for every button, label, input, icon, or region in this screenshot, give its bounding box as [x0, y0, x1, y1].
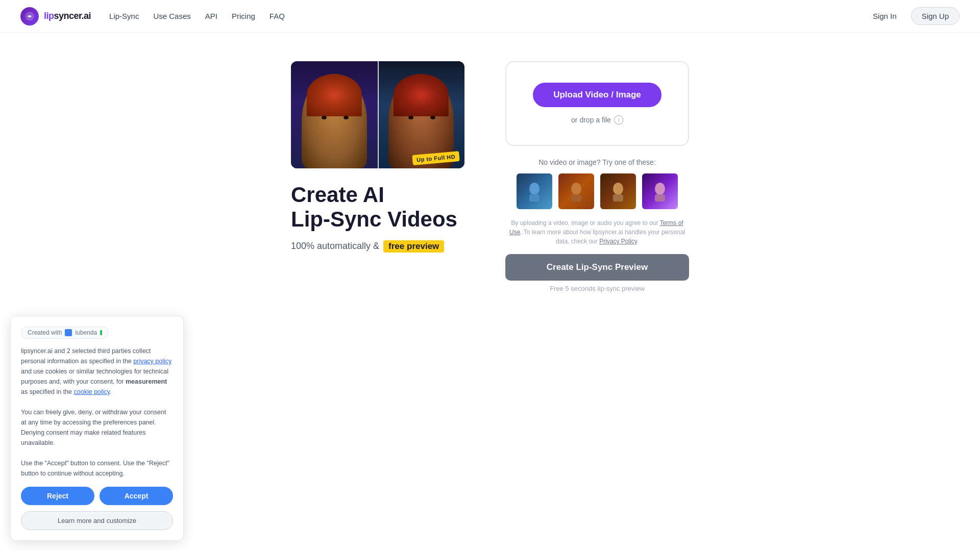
- svg-rect-4: [571, 194, 581, 202]
- sample-section: No video or image? Try one of these:: [505, 158, 689, 210]
- cookie-banner: Created with iubenda lipsyncer.ai and 2 …: [10, 316, 184, 541]
- cookie-policy-link[interactable]: cookie policy: [74, 388, 110, 395]
- iubenda-label: iubenda: [75, 329, 97, 336]
- learn-more-button[interactable]: Learn more and customize: [21, 511, 173, 530]
- info-icon[interactable]: i: [614, 115, 623, 124]
- nav-links: Lip-Sync Use Cases API Pricing FAQ: [109, 12, 285, 20]
- sample-thumb-2[interactable]: [557, 172, 595, 210]
- upload-button[interactable]: Upload Video / Image: [533, 83, 662, 107]
- face-left: [291, 61, 378, 168]
- iubenda-created-badge[interactable]: Created with iubenda: [21, 327, 109, 339]
- nav-link-api[interactable]: API: [205, 12, 217, 20]
- cookie-buttons: Reject Accept: [21, 487, 173, 505]
- left-section: Up to Full HD Create AI Lip-Sync Videos …: [291, 61, 464, 253]
- free-preview-badge: free preview: [383, 240, 444, 253]
- create-preview-button[interactable]: Create Lip-Sync Preview: [505, 254, 689, 281]
- upload-card: Upload Video / Image or drop a file i: [505, 61, 689, 146]
- logo-text: lipsyncer.ai: [44, 11, 91, 21]
- terms-link[interactable]: Terms of Use: [509, 219, 683, 236]
- terms-text: By uploading a video, image or audio you…: [505, 218, 689, 246]
- nav-link-lipsync[interactable]: Lip-Sync: [109, 12, 139, 20]
- nav-link-pricing[interactable]: Pricing: [232, 12, 255, 20]
- sample-thumb-3[interactable]: [599, 172, 637, 210]
- svg-point-7: [655, 183, 665, 195]
- sample-label: No video or image? Try one of these:: [505, 158, 689, 166]
- svg-point-3: [571, 183, 581, 195]
- hero-subtitle: 100% automatically & free preview: [291, 240, 444, 253]
- iubenda-bar-icon: [100, 330, 102, 335]
- hero-image: Up to Full HD: [291, 61, 464, 168]
- create-note: Free 5 seconds lip-sync preview: [550, 285, 645, 292]
- svg-point-5: [613, 183, 623, 195]
- nav-link-usecases[interactable]: Use Cases: [153, 12, 190, 20]
- sample-thumb-4[interactable]: [641, 172, 679, 210]
- nav-right: Sign In Sign Up: [865, 7, 960, 25]
- svg-rect-8: [655, 194, 665, 202]
- privacy-policy-link[interactable]: privacy policy: [133, 358, 172, 365]
- created-with-label: Created with: [28, 329, 62, 336]
- accept-button[interactable]: Accept: [100, 487, 173, 505]
- signin-button[interactable]: Sign In: [865, 8, 905, 24]
- svg-point-1: [529, 183, 540, 195]
- nav-left: lipsyncer.ai Lip-Sync Use Cases API Pric…: [20, 7, 285, 26]
- nav-link-faq[interactable]: FAQ: [270, 12, 285, 20]
- logo-icon: [20, 7, 39, 26]
- divider-line: [378, 61, 379, 168]
- iubenda-logo-icon: [65, 329, 72, 336]
- cookie-body-text: lipsyncer.ai and 2 selected third partie…: [21, 346, 173, 479]
- navbar: lipsyncer.ai Lip-Sync Use Cases API Pric…: [0, 0, 980, 33]
- svg-rect-2: [529, 194, 540, 202]
- hero-title: Create AI Lip-Sync Videos: [291, 183, 457, 232]
- privacy-link[interactable]: Privacy Policy: [599, 238, 637, 245]
- sample-thumbnails: [505, 172, 689, 210]
- logo[interactable]: lipsyncer.ai: [20, 7, 91, 26]
- reject-button[interactable]: Reject: [21, 487, 94, 505]
- signup-button[interactable]: Sign Up: [911, 7, 960, 25]
- svg-rect-6: [613, 194, 623, 202]
- drop-file-label: or drop a file i: [571, 115, 623, 124]
- sample-thumb-1[interactable]: [516, 172, 553, 210]
- right-section: Upload Video / Image or drop a file i No…: [505, 61, 689, 292]
